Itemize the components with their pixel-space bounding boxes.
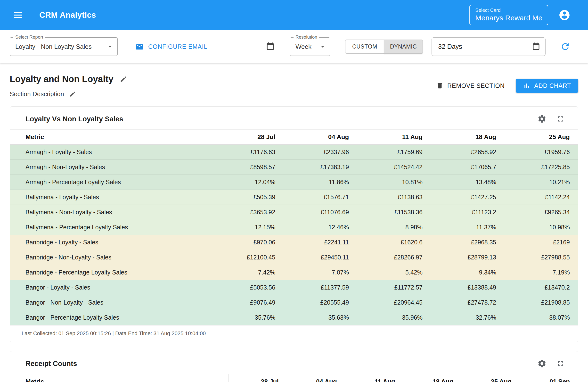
configure-email-button[interactable]: CONFIGURE EMAIL — [135, 42, 207, 51]
value-cell: £27988.55 — [504, 250, 578, 265]
refresh-button[interactable] — [560, 42, 570, 52]
value-cell: £17225.85 — [504, 160, 578, 175]
value-cell: £20964.45 — [357, 295, 431, 310]
report-select-label: Select Report — [13, 34, 45, 40]
value-cell: £2169 — [504, 235, 578, 250]
column-header: 11 Aug — [345, 374, 403, 382]
value-cell: £11377.59 — [284, 280, 357, 295]
edit-section-description-button[interactable] — [69, 91, 76, 97]
table-row: Bangor - Percentage Loyalty Sales35.76%3… — [10, 310, 578, 325]
chevron-down-icon — [319, 43, 327, 50]
value-cell: 12.15% — [210, 220, 284, 235]
value-cell: £21908.85 — [504, 295, 578, 310]
value-cell: 7.07% — [284, 265, 357, 280]
metric-cell: Armagh - Percentage Loyalty Sales — [10, 175, 210, 190]
metric-column-header: Metric — [10, 130, 210, 145]
value-cell: 32.76% — [431, 310, 504, 325]
value-cell: £1759.69 — [357, 145, 431, 160]
value-cell: 11.86% — [284, 175, 357, 190]
date-picker-button[interactable] — [266, 42, 275, 51]
value-cell: £5053.56 — [210, 280, 284, 295]
column-header: 28 Jul — [229, 374, 287, 382]
metric-cell: Banbridge - Loyalty - Sales — [10, 235, 210, 250]
mail-icon — [135, 42, 144, 51]
receipts-card-title: Receipt Counts — [25, 359, 77, 368]
column-header: 04 Aug — [287, 374, 345, 382]
card-selector[interactable]: Select Card Menarys Reward Me — [469, 5, 548, 25]
configure-email-label: CONFIGURE EMAIL — [148, 43, 207, 50]
resolution-select[interactable]: Resolution Week — [290, 37, 330, 56]
table-row: Bangor - Non-Loyalty - Sales£9076.49£205… — [10, 295, 578, 310]
range-calendar-button[interactable] — [532, 42, 541, 51]
report-select[interactable]: Select Report Loyalty - Non Loyalty Sale… — [10, 37, 118, 56]
value-cell: £13470.2 — [504, 280, 578, 295]
value-cell: £20555.49 — [284, 295, 357, 310]
account-button[interactable] — [558, 9, 570, 21]
fullscreen-icon — [556, 359, 565, 368]
value-cell: 38.07% — [504, 310, 578, 325]
value-cell: £11538.36 — [357, 205, 431, 220]
menu-button[interactable] — [13, 10, 23, 20]
range-mode-toggle: CUSTOM DYNAMIC — [345, 40, 423, 54]
receipts-fullscreen-button[interactable] — [556, 359, 565, 368]
metric-cell: Ballymena - Loyalty - Sales — [10, 190, 210, 205]
sales-settings-button[interactable] — [537, 114, 546, 124]
chevron-down-icon — [106, 43, 114, 50]
account-circle-icon — [558, 9, 570, 21]
value-cell: 13.48% — [431, 175, 504, 190]
add-chart-label: ADD CHART — [534, 82, 571, 89]
toggle-custom-button[interactable]: CUSTOM — [345, 40, 384, 54]
calendar-icon — [532, 42, 541, 51]
value-cell: £11076.69 — [284, 205, 357, 220]
value-cell: 8.98% — [357, 220, 431, 235]
receipts-card: Receipt Counts Metric 28 Jul04 Aug11 Aug… — [10, 351, 578, 382]
column-header: 28 Jul — [210, 130, 284, 145]
remove-section-button[interactable]: REMOVE SECTION — [436, 82, 504, 89]
value-cell: £2241.11 — [284, 235, 357, 250]
value-cell: £970.06 — [210, 235, 284, 250]
edit-section-title-button[interactable] — [120, 75, 127, 83]
app-bar: CRM Analytics Select Card Menarys Reward… — [0, 0, 588, 30]
calendar-icon — [266, 42, 275, 51]
value-cell: £27478.72 — [431, 295, 504, 310]
table-row: Banbridge - Percentage Loyalty Sales7.42… — [10, 265, 578, 280]
section-header-left: Loyalty and Non Loyalty Section Descript… — [10, 74, 127, 98]
range-input[interactable]: 32 Days — [432, 37, 546, 56]
sales-card-title: Loyalty Vs Non Loyalty Sales — [25, 114, 123, 124]
resolution-select-value: Week — [295, 43, 312, 50]
metric-cell: Banbridge - Non-Loyalty - Sales — [10, 250, 210, 265]
sales-table: Metric 28 Jul04 Aug11 Aug18 Aug25 Aug Ar… — [10, 129, 578, 325]
column-header: 01 Sep — [520, 374, 578, 382]
value-cell: £9265.34 — [504, 205, 578, 220]
sales-header-row: Metric 28 Jul04 Aug11 Aug18 Aug25 Aug — [10, 130, 578, 145]
table-row: Ballymena - Non-Loyalty - Sales£3653.92£… — [10, 205, 578, 220]
toggle-dynamic-button[interactable]: DYNAMIC — [384, 40, 423, 54]
sales-fullscreen-button[interactable] — [556, 114, 565, 123]
receipts-settings-button[interactable] — [537, 359, 546, 368]
sales-card-footer: Last Collected: 01 Sep 2025 00:15:26 | D… — [10, 325, 578, 342]
table-row: Banbridge - Non-Loyalty - Sales£12100.45… — [10, 250, 578, 265]
value-cell: £28266.97 — [357, 250, 431, 265]
value-cell: £1138.63 — [357, 190, 431, 205]
remove-section-label: REMOVE SECTION — [447, 82, 504, 89]
add-chart-button[interactable]: ADD CHART — [516, 79, 578, 93]
value-cell: £1576.71 — [284, 190, 357, 205]
receipts-header-row: Metric 28 Jul04 Aug11 Aug18 Aug25 Aug01 … — [10, 374, 578, 382]
hamburger-icon — [13, 10, 23, 20]
value-cell: £1620.6 — [357, 235, 431, 250]
value-cell: 35.76% — [210, 310, 284, 325]
metric-cell: Bangor - Non-Loyalty - Sales — [10, 295, 210, 310]
value-cell: £1176.63 — [210, 145, 284, 160]
value-cell: 9.34% — [431, 265, 504, 280]
metric-cell: Ballymena - Percentage Loyalty Sales — [10, 220, 210, 235]
refresh-icon — [560, 42, 570, 52]
section-header: Loyalty and Non Loyalty Section Descript… — [0, 63, 588, 98]
value-cell: £1959.76 — [504, 145, 578, 160]
value-cell: £14524.42 — [357, 160, 431, 175]
value-cell: £9076.49 — [210, 295, 284, 310]
value-cell: £12100.45 — [210, 250, 284, 265]
value-cell: 35.96% — [357, 310, 431, 325]
gear-icon — [537, 114, 546, 124]
section-actions: REMOVE SECTION ADD CHART — [436, 79, 578, 93]
pencil-icon — [120, 75, 127, 83]
